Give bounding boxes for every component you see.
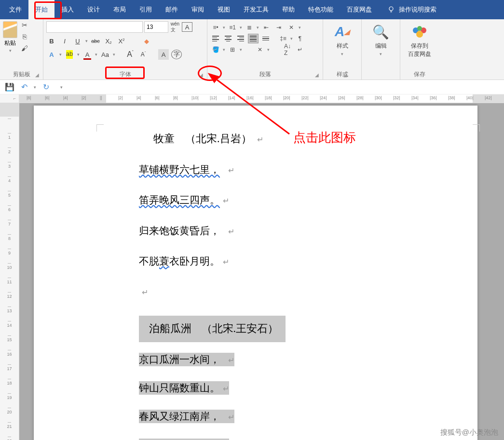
strikethrough-button[interactable]: abc: [90, 36, 101, 46]
menu-devtools[interactable]: 开发工具: [237, 0, 275, 19]
font-size-input[interactable]: [144, 21, 168, 33]
ribbon: 粘贴 ▾ ✂ ⎘ 🖌 剪贴板◢ wén文 A B I U ▾: [0, 19, 504, 80]
svg-point-3: [416, 31, 423, 38]
undo-button[interactable]: ↶: [19, 82, 29, 92]
italic-button[interactable]: I: [59, 36, 70, 46]
increase-indent-button[interactable]: ⇥: [273, 23, 284, 32]
search-icon: 🔍: [372, 23, 390, 40]
paragraph-group: ≡•▾ ≡1▾ ≣▾ ⇤ ⇥ ✕▾ ‡≡▾ ¶ 🪣▾ ⊞▾: [207, 19, 323, 80]
paragraph-mark-icon: ↵: [142, 288, 148, 296]
borders-button[interactable]: ⊞: [227, 45, 238, 54]
horizontal-ruler[interactable]: |8||6||4||2||||2||4||6||8||10||12||14||1…: [19, 94, 504, 103]
copy-button[interactable]: ⎘: [21, 33, 28, 40]
save-label: 保存: [414, 69, 425, 80]
sort-button[interactable]: A↓Z: [282, 45, 293, 54]
menu-mail[interactable]: 邮件: [159, 0, 185, 19]
poem1-line1: 草铺横野六七里，: [139, 164, 220, 175]
poem1-title: 牧童: [153, 133, 175, 145]
numbering-button[interactable]: ≡1: [227, 23, 238, 32]
page-container[interactable]: 牧童 （北宋.吕岩） ↵ 草铺横野六七里， ↵ 笛弄晚风三四声。↵ 归来饱饭黄昏…: [19, 103, 504, 440]
menu-design[interactable]: 设计: [81, 0, 107, 19]
paste-button[interactable]: 粘贴 ▾: [3, 21, 17, 53]
text-effects-button[interactable]: A: [46, 49, 57, 60]
selection-block: 泊船瓜洲 （北宋.王安石）: [139, 316, 286, 342]
shading-button[interactable]: 🪣: [210, 45, 221, 54]
tell-me-search[interactable]: 操作说明搜索: [387, 5, 436, 14]
align-justify-button[interactable]: [248, 34, 259, 43]
multilevel-list-button[interactable]: ≣: [244, 23, 255, 32]
show-marks-button[interactable]: ¶: [295, 34, 305, 43]
menu-help[interactable]: 帮助: [275, 0, 301, 19]
styles-button[interactable]: A◢ 样式 ▾: [334, 23, 351, 56]
paragraph-mark-icon: ↵: [228, 166, 234, 174]
snap-to-grid-button[interactable]: ✕: [255, 45, 265, 54]
asian-layout-button[interactable]: ✕: [286, 23, 297, 32]
menu-file[interactable]: 文件: [2, 0, 28, 19]
lightbulb-icon: [387, 6, 395, 13]
poem1-line4: 不脱蓑衣卧月明。: [139, 255, 220, 267]
document-content[interactable]: 牧童 （北宋.吕岩） ↵ 草铺横野六七里， ↵ 笛弄晚风三四声。↵ 归来饱饭黄昏…: [34, 132, 477, 440]
margin-corner-icon: [473, 124, 480, 132]
menu-home[interactable]: 开始: [28, 0, 54, 19]
annotation-text: 点击此图标: [293, 129, 356, 146]
bullets-button[interactable]: ≡•: [210, 23, 221, 32]
align-right-button[interactable]: [235, 34, 246, 43]
change-case-button[interactable]: Aa: [100, 49, 110, 60]
vertical-ruler[interactable]: —1—2—3—4—5—6—7—8—9—10—11—12—13—14—15—16—…: [0, 103, 19, 440]
paragraph-dialog-launcher[interactable]: ◢: [315, 72, 319, 78]
grow-font-button[interactable]: Aˆ: [125, 49, 136, 60]
redo-button[interactable]: ↻: [41, 82, 51, 92]
clipboard-label: 剪贴板◢: [3, 69, 40, 80]
superscript-button[interactable]: X2: [116, 36, 127, 46]
save-button[interactable]: 💾: [5, 82, 14, 92]
styles-group: A◢ 样式 ▾ 样式◢: [323, 19, 362, 80]
decrease-indent-button[interactable]: ⇤: [261, 23, 272, 32]
paragraph-mark-icon: ↵: [228, 227, 234, 236]
poem1-author: （北宋.吕岩）: [185, 133, 252, 145]
cut-button[interactable]: ✂: [21, 21, 28, 29]
enclosed-char-button[interactable]: 字: [171, 50, 182, 59]
paste-icon: [3, 21, 17, 38]
menu-features[interactable]: 特色功能: [301, 0, 340, 19]
phonetic-guide-button[interactable]: wén文: [170, 22, 180, 32]
clipboard-group: 粘贴 ▾ ✂ ⎘ 🖌 剪贴板◢: [0, 19, 43, 80]
shrink-font-button[interactable]: Aˇ: [138, 49, 149, 60]
quick-access-toolbar: 💾 ↶▾ ↻ ▾: [0, 80, 504, 94]
menu-references[interactable]: 引用: [133, 0, 159, 19]
highlight-button[interactable]: ab: [64, 49, 75, 60]
tell-me-placeholder: 操作说明搜索: [399, 5, 436, 14]
bold-button[interactable]: B: [46, 36, 57, 46]
poem1-line3: 归来饱饭黄昏后，: [139, 225, 220, 237]
font-name-input[interactable]: [46, 21, 143, 33]
paragraph-mark-icon: ↵: [223, 385, 229, 393]
menu-baidu[interactable]: 百度网盘: [340, 0, 379, 19]
edit-button[interactable]: 🔍 编辑 ▾: [372, 23, 390, 56]
char-border-button[interactable]: A: [182, 22, 192, 32]
menu-layout[interactable]: 布局: [107, 0, 133, 19]
paragraph-marks-button[interactable]: ↵: [295, 45, 305, 54]
char-shading-button[interactable]: A: [158, 49, 169, 60]
styles-label: 样式◢: [337, 69, 348, 80]
clipboard-dialog-launcher[interactable]: ◢: [35, 72, 39, 78]
menu-insert[interactable]: 插入: [54, 0, 81, 19]
line-spacing-button[interactable]: ‡≡: [278, 34, 288, 43]
align-left-button[interactable]: [210, 34, 221, 43]
save-to-baidu-button[interactable]: 保存到 百度网盘: [408, 23, 431, 58]
save-group: 保存到 百度网盘 保存: [400, 19, 439, 80]
clear-formatting-button[interactable]: ◆: [141, 36, 152, 46]
poem2-title: 泊船瓜洲: [149, 322, 191, 334]
font-color-button[interactable]: A: [82, 49, 93, 60]
subscript-button[interactable]: X2: [103, 36, 114, 46]
distribute-button[interactable]: [260, 34, 271, 43]
menu-review[interactable]: 审阅: [185, 0, 211, 19]
poem2-line1: 京口瓜洲一水间，: [139, 353, 220, 366]
styles-dialog-launcher[interactable]: ◢: [343, 72, 347, 78]
font-group: wén文 A B I U ▾ abc X2 X2 ◆ A▾ ab▾ A▾ Aa▾…: [43, 19, 207, 80]
ruler-area: ⌐ |8||6||4||2||||2||4||6||8||10||12||14|…: [0, 94, 504, 103]
font-dialog-launcher[interactable]: ◢: [199, 72, 203, 78]
format-painter-button[interactable]: 🖌: [21, 44, 28, 52]
menu-view[interactable]: 视图: [211, 0, 237, 19]
underline-button[interactable]: U: [72, 36, 83, 46]
align-center-button[interactable]: [223, 34, 233, 43]
paragraph-mark-icon: ↵: [223, 258, 229, 266]
